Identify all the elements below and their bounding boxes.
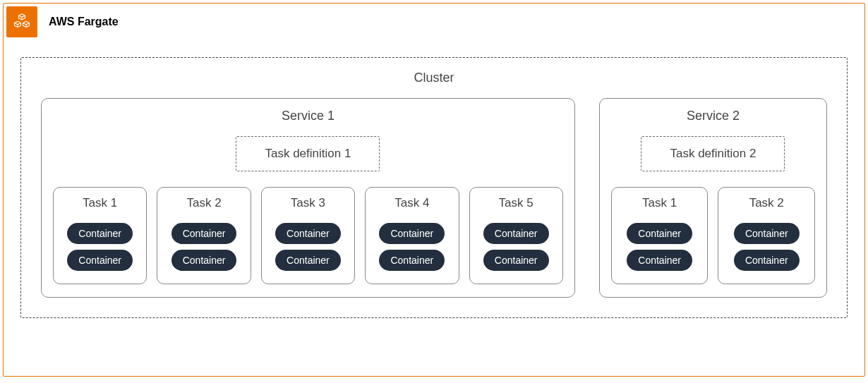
task-box: Task 3 Container Container [261,187,355,284]
task-definition-label: Task definition 2 [670,147,756,161]
container-pill: Container [67,250,133,271]
service-title: Service 2 [687,109,740,123]
service-box-1: Service 1 Task definition 1 Task 1 Conta… [41,98,575,298]
task-definition-label: Task definition 1 [265,147,351,161]
container-pill: Container [171,223,237,244]
fargate-icon [6,6,37,37]
task-label: Task 3 [291,196,325,210]
container-pill: Container [379,250,445,271]
service-title: Service 1 [282,109,334,123]
container-pill: Container [627,223,692,244]
container-pill: Container [627,250,692,271]
container-pill: Container [483,250,549,271]
task-box: Task 2 Container Container [157,187,251,284]
task-box: Task 1 Container Container [611,187,709,284]
fargate-container: AWS Fargate Cluster Service 1 Task defin… [3,3,865,377]
container-pill: Container [275,223,341,244]
cluster-label: Cluster [41,71,827,85]
task-label: Task 5 [499,196,534,210]
task-definition-box: Task definition 2 [641,136,785,171]
task-label: Task 1 [83,196,117,210]
fargate-header: AWS Fargate [12,9,856,40]
container-pill: Container [67,223,133,244]
cluster-box: Cluster Service 1 Task definition 1 Task… [20,57,848,318]
task-box: Task 4 Container Container [365,187,459,284]
task-label: Task 2 [749,196,784,210]
container-pill: Container [171,250,237,271]
container-pill: Container [275,250,341,271]
page-title: AWS Fargate [49,16,119,28]
container-pill: Container [734,223,800,244]
tasks-row: Task 1 Container Container Task 2 Contai… [611,187,815,284]
container-pill: Container [734,250,800,271]
task-label: Task 4 [394,196,429,210]
task-box: Task 2 Container Container [718,187,815,284]
services-row: Service 1 Task definition 1 Task 1 Conta… [41,98,827,298]
task-label: Task 1 [642,196,677,210]
task-box: Task 5 Container Container [469,187,563,284]
task-label: Task 2 [186,196,221,210]
tasks-row: Task 1 Container Container Task 2 Contai… [53,187,563,284]
task-box: Task 1 Container Container [53,187,147,284]
container-pill: Container [483,223,549,244]
service-box-2: Service 2 Task definition 2 Task 1 Conta… [599,98,827,298]
container-pill: Container [379,223,445,244]
task-definition-box: Task definition 1 [236,136,380,171]
